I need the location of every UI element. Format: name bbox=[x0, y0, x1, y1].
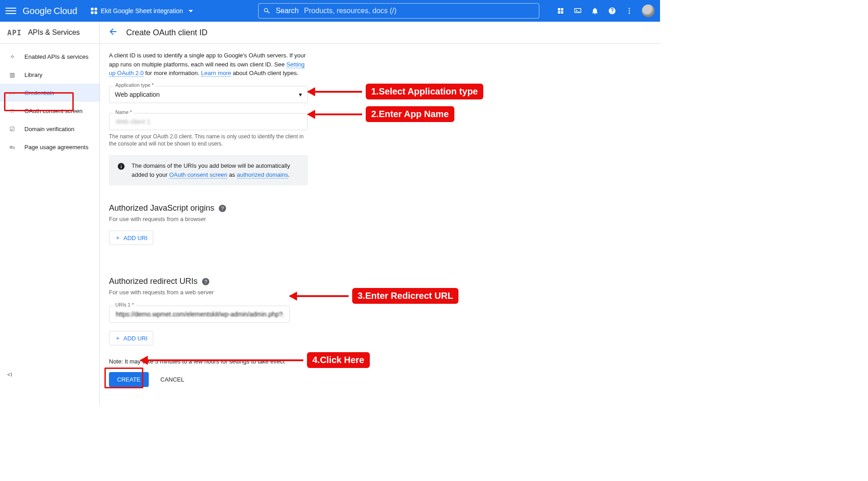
annotation-2: 2.Enter App Name bbox=[308, 106, 454, 122]
name-input[interactable] bbox=[115, 118, 302, 126]
js-origins-heading: Authorized JavaScript origins ? bbox=[109, 203, 651, 213]
main-header: Create OAuth client ID bbox=[100, 22, 660, 44]
svg-point-2 bbox=[629, 13, 630, 14]
create-button[interactable]: CREATE bbox=[109, 372, 149, 387]
name-help: The name of your OAuth 2.0 client. This … bbox=[109, 133, 308, 148]
application-type-value: Web application bbox=[115, 91, 160, 98]
sidebar-item-domain[interactable]: ☑ Domain verification bbox=[0, 120, 99, 138]
cancel-button[interactable]: CANCEL bbox=[158, 376, 187, 383]
chevron-down-icon bbox=[189, 10, 193, 12]
bell-icon[interactable] bbox=[590, 6, 599, 15]
application-type-select[interactable]: Web application ▾ bbox=[109, 86, 308, 103]
search-icon bbox=[263, 7, 270, 14]
annotation-2-label: 2.Enter App Name bbox=[366, 106, 454, 122]
add-uri-button-js[interactable]: ＋ ADD URI bbox=[109, 231, 153, 245]
enabled-apis-icon: ✧ bbox=[8, 52, 16, 61]
sidebar: API APIs & Services ✧ Enabled APIs & ser… bbox=[0, 22, 100, 405]
sidebar-item-library[interactable]: ▥ Library bbox=[0, 66, 99, 84]
project-icon bbox=[91, 8, 97, 14]
page-title: Create OAuth client ID bbox=[126, 28, 208, 38]
brand[interactable]: Google Cloud bbox=[23, 6, 77, 16]
project-selector[interactable]: Ekit Google Sheet integration bbox=[91, 7, 193, 14]
plus-icon: ＋ bbox=[115, 334, 121, 342]
link-consent-screen[interactable]: OAuth consent screen bbox=[169, 171, 227, 179]
add-uri-label: ADD URI bbox=[123, 235, 147, 241]
search-placeholder: Products, resources, docs (/) bbox=[304, 7, 397, 15]
consent-icon: ⁝⁝ bbox=[8, 107, 16, 115]
application-type-field: Application type * Web application ▾ bbox=[109, 86, 308, 103]
note: Note: It may take 5 minutes to a few hou… bbox=[109, 358, 651, 365]
application-type-label: Application type * bbox=[113, 82, 156, 88]
annotation-1-label: 1.Select Application type bbox=[366, 84, 483, 99]
sidebar-item-credentials[interactable]: ⊶ Credentials bbox=[0, 84, 99, 102]
info-icon bbox=[117, 162, 125, 173]
sidebar-item-agreements[interactable]: ≡₀ Page usage agreements bbox=[0, 138, 99, 156]
name-label: Name * bbox=[113, 109, 134, 115]
sidebar-item-label: Credentials bbox=[24, 90, 54, 96]
back-arrow-icon[interactable] bbox=[108, 27, 118, 38]
sidebar-item-consent[interactable]: ⁝⁝ OAuth consent screen bbox=[0, 102, 99, 120]
js-origins-sub: For use with requests from a browser bbox=[109, 216, 651, 222]
desc-text: about OAuth client types. bbox=[231, 70, 298, 76]
link-learn-more[interactable]: Learn more bbox=[201, 70, 231, 77]
sidebar-item-label: Library bbox=[24, 71, 42, 78]
add-uri-button-redirect[interactable]: ＋ ADD URI bbox=[109, 331, 153, 345]
console-icon[interactable] bbox=[573, 6, 582, 15]
add-uri-label: ADD URI bbox=[123, 335, 147, 342]
banner-text: as bbox=[227, 171, 237, 178]
help-icon[interactable]: ? bbox=[219, 205, 226, 212]
plus-icon: ＋ bbox=[115, 234, 121, 242]
menu-icon[interactable] bbox=[5, 5, 16, 16]
search-input[interactable]: Search Products, resources, docs (/) bbox=[258, 3, 539, 19]
redirect-heading: Authorized redirect URIs ? bbox=[109, 277, 651, 286]
help-icon[interactable]: ? bbox=[202, 278, 209, 285]
brand-cloud: Cloud bbox=[54, 6, 77, 16]
desc-text: A client ID is used to identify a single… bbox=[109, 52, 306, 68]
gift-icon[interactable] bbox=[556, 6, 565, 15]
sidebar-item-enabled-apis[interactable]: ✧ Enabled APIs & services bbox=[0, 47, 99, 66]
brand-google: Google bbox=[23, 6, 52, 16]
name-field: Name * bbox=[109, 113, 308, 130]
desc-text: for more information. bbox=[144, 70, 201, 76]
search-label: Search bbox=[276, 7, 299, 15]
key-icon: ⊶ bbox=[8, 89, 16, 97]
svg-point-0 bbox=[629, 8, 630, 9]
js-origins-title: Authorized JavaScript origins bbox=[109, 203, 214, 213]
sidebar-item-label: Page usage agreements bbox=[24, 144, 89, 151]
sidebar-title: APIs & Services bbox=[28, 28, 80, 37]
sidebar-header[interactable]: API APIs & Services bbox=[0, 22, 99, 44]
link-authorized-domains[interactable]: authorized domains bbox=[237, 171, 288, 179]
svg-point-1 bbox=[629, 10, 630, 12]
topbar: Google Cloud Ekit Google Sheet integrati… bbox=[0, 0, 660, 22]
uri1-input-wrap bbox=[109, 306, 290, 323]
collapse-sidebar-icon[interactable]: <I bbox=[7, 371, 12, 378]
info-banner: The domains of the URIs you add below wi… bbox=[109, 155, 308, 185]
project-name: Ekit Google Sheet integration bbox=[101, 7, 183, 14]
annotation-1: 1.Select Application type bbox=[308, 84, 483, 99]
sidebar-item-label: Enabled APIs & services bbox=[24, 53, 89, 60]
uri1-input[interactable] bbox=[115, 310, 284, 318]
redirect-sub: For use with requests from a web server bbox=[109, 289, 651, 296]
uri1-field: URIs 1 * bbox=[109, 306, 290, 323]
library-icon: ▥ bbox=[8, 71, 16, 79]
sidebar-item-label: OAuth consent screen bbox=[24, 108, 83, 114]
help-icon[interactable] bbox=[608, 6, 617, 15]
avatar[interactable] bbox=[642, 5, 655, 17]
description: A client ID is used to identify a single… bbox=[109, 51, 308, 78]
name-input-wrap bbox=[109, 113, 308, 130]
topbar-right bbox=[556, 5, 655, 17]
form-actions: CREATE CANCEL bbox=[109, 372, 187, 387]
more-icon[interactable] bbox=[625, 6, 634, 15]
api-logo-icon: API bbox=[7, 28, 22, 37]
banner-text: . bbox=[288, 171, 290, 178]
check-icon: ☑ bbox=[8, 125, 16, 133]
content: A client ID is used to identify a single… bbox=[100, 44, 660, 405]
agreements-icon: ≡₀ bbox=[8, 143, 16, 151]
sidebar-item-label: Domain verification bbox=[24, 126, 75, 132]
chevron-down-icon: ▾ bbox=[299, 91, 302, 98]
redirect-title: Authorized redirect URIs bbox=[109, 277, 198, 286]
main: Create OAuth client ID A client ID is us… bbox=[100, 22, 660, 405]
uri1-label: URIs 1 * bbox=[113, 302, 136, 307]
